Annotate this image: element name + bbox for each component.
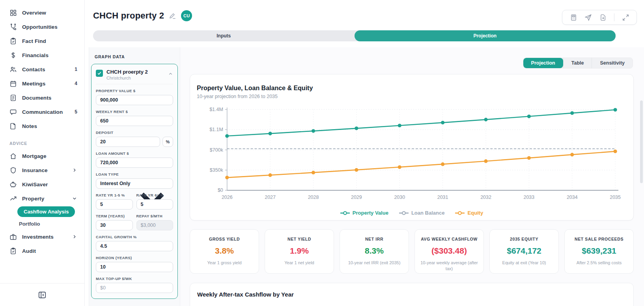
legend-item[interactable]: Equity (455, 210, 483, 216)
chevron-right-icon (72, 167, 77, 173)
stat-sub: Equity at exit (Year 10) (495, 260, 554, 266)
loan-amount-input[interactable] (96, 158, 173, 168)
rate-yr-1-5-field: RATE YR 1-5 % (96, 193, 133, 210)
chat-bubble-icon (9, 108, 17, 116)
field-label: RATE YR 1-5 % (96, 193, 133, 197)
svg-text:$0: $0 (218, 187, 223, 193)
capital-growth-field: CAPITAL GROWTH % (96, 235, 173, 251)
stat-value: 1.9% (270, 246, 329, 256)
tab-projection[interactable]: Projection (355, 30, 616, 41)
sidebar-item-audit[interactable]: Audit (0, 244, 84, 258)
svg-text:2034: 2034 (567, 195, 578, 200)
svg-text:2026: 2026 (222, 195, 233, 200)
stat-sub: Year 1 net yield (270, 260, 329, 266)
legend-label: Equity (467, 210, 483, 216)
projection-content: Projection Table Sensitivity Property Va… (180, 47, 644, 306)
toolbar (562, 10, 637, 25)
briefcase-icon (9, 233, 17, 241)
property-checkbox[interactable] (96, 70, 103, 77)
deposit-input[interactable] (96, 137, 160, 147)
sidebar-item-mortgage[interactable]: Mortgage (0, 149, 84, 163)
sidebar-item-opportunities[interactable]: Opportunities (0, 20, 84, 34)
legend-label: Loan Balance (411, 210, 445, 216)
sidebar-item-overview[interactable]: Overview (0, 6, 84, 20)
sidebar-item-insurance[interactable]: Insurance (0, 163, 84, 177)
legend-item[interactable]: Property Value (340, 210, 388, 216)
sidebar-item-investments[interactable]: Investments (0, 230, 84, 244)
capital-growth-input[interactable] (96, 241, 173, 251)
stat-sub: Year 1 gross yield (195, 260, 254, 266)
field-label: RATE YR 6+ % (136, 193, 174, 197)
sidebar-item-cashflow-analysis[interactable]: Cashflow Analysis (17, 206, 75, 217)
note-file-icon (9, 122, 17, 130)
chevron-up-icon[interactable] (168, 71, 173, 76)
send-icon[interactable] (584, 14, 592, 21)
sidebar-item-documents[interactable]: Documents (0, 91, 84, 105)
horizon-years-input[interactable] (96, 262, 173, 272)
sidebar-item-kiwisaver[interactable]: KiwiSaver (0, 177, 84, 191)
sidebar-item-contacts[interactable]: Contacts 1 (0, 62, 84, 76)
chart-subtitle: 10-year projection from 2026 to 2035 (197, 94, 626, 99)
field-label: LOAN AMOUNT $ (96, 151, 173, 156)
home-icon (9, 152, 17, 160)
loan-type-select[interactable]: Interest Only (96, 178, 173, 189)
chart-tab-table[interactable]: Table (563, 58, 592, 68)
property-value-input[interactable] (96, 95, 173, 105)
sidebar-item-portfolio[interactable]: Portfolio (0, 218, 84, 230)
sidebar-item-communication[interactable]: Communication 5 (0, 105, 84, 119)
projection-line-chart[interactable]: $0$350k$700k$1.1M$1.4M202620272028202920… (197, 102, 627, 209)
sidebar-item-label: Property (22, 196, 69, 202)
max-top-up-input[interactable] (96, 283, 173, 293)
expand-icon[interactable] (622, 14, 629, 21)
stat-label: 2035 EQUITY (495, 237, 554, 241)
legend-item[interactable]: Loan Balance (399, 210, 445, 216)
weekly-rent-field: WEEKLY RENT $ (96, 109, 173, 126)
loan-type-value: Interest Only (100, 181, 135, 186)
tab-projection-label: Projection (473, 33, 497, 39)
sidebar-item-label: Overview (22, 10, 77, 16)
sidebar-item-label: KiwiSaver (22, 182, 77, 187)
weekly-rent-input[interactable] (96, 116, 173, 126)
sidebar-item-label: Notes (22, 123, 77, 129)
stat-label: NET YIELD (270, 237, 329, 241)
calculator-icon[interactable] (570, 14, 577, 21)
avatar[interactable]: CU (181, 10, 192, 21)
chart-plot-area[interactable]: $0$350k$700k$1.1M$1.4M202620272028202920… (197, 102, 626, 209)
chart-tab-projection[interactable]: Projection (523, 58, 563, 68)
sidebar-item-label: Insurance (22, 167, 69, 173)
stat-label: NET SALE PROCEEDS (569, 237, 629, 241)
term-years-input[interactable] (96, 220, 133, 230)
rate-yr-6-field: RATE YR 6+ % (136, 193, 174, 210)
svg-text:2031: 2031 (437, 195, 448, 200)
shield-icon (9, 167, 17, 174)
field-label: CAPITAL GROWTH % (96, 235, 173, 239)
stat-value: 3.8% (195, 246, 254, 256)
rate-yr-6-input[interactable] (136, 199, 174, 210)
sidebar-item-notes[interactable]: Notes (0, 119, 84, 133)
chart-tab-label: Table (571, 60, 584, 66)
chart-tab-label: Sensitivity (600, 60, 625, 66)
svg-text:2030: 2030 (394, 195, 405, 200)
collapse-sidebar-icon[interactable] (38, 291, 47, 299)
rate-yr-1-5-input[interactable] (96, 199, 133, 210)
chart-tab-sensitivity[interactable]: Sensitivity (592, 58, 633, 68)
svg-text:2032: 2032 (480, 195, 491, 200)
sidebar-item-fact-find[interactable]: Fact Find (0, 34, 84, 48)
edit-icon[interactable] (169, 12, 176, 20)
svg-text:$1.4M: $1.4M (209, 107, 223, 112)
svg-text:2035: 2035 (610, 195, 621, 200)
file-download-icon[interactable] (599, 14, 607, 21)
property-name: CHCH proerpty 2 (106, 69, 168, 75)
stat-card-net-irr: NET IRR 8.3% 10-year net IRR (exit 2035) (340, 229, 409, 274)
page-scrollbar[interactable] (640, 100, 643, 183)
field-label: HORIZON (YEARS) (96, 256, 173, 260)
tab-inputs[interactable]: Inputs (93, 30, 355, 41)
svg-text:2033: 2033 (524, 195, 535, 200)
sidebar-item-property[interactable]: Property (0, 191, 84, 206)
sidebar-item-label: Audit (22, 248, 77, 254)
main-area: CHCH property 2 CU Inputs Projection GRA… (85, 0, 644, 306)
deposit-percent-suffix: % (162, 137, 173, 147)
sidebar-item-meetings[interactable]: Meetings 4 (0, 76, 84, 91)
sidebar-item-financials[interactable]: Financials (0, 48, 84, 62)
clipboard-check-icon (9, 37, 17, 45)
